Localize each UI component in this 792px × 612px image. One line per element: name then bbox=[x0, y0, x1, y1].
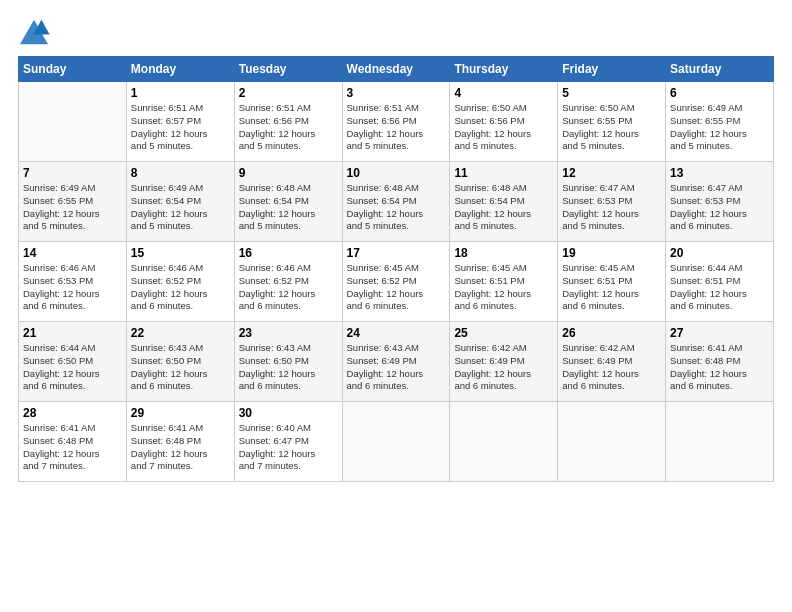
day-info: Sunrise: 6:49 AM Sunset: 6:55 PM Dayligh… bbox=[670, 102, 769, 153]
calendar-cell: 9Sunrise: 6:48 AM Sunset: 6:54 PM Daylig… bbox=[234, 162, 342, 242]
calendar-cell: 18Sunrise: 6:45 AM Sunset: 6:51 PM Dayli… bbox=[450, 242, 558, 322]
calendar-cell: 29Sunrise: 6:41 AM Sunset: 6:48 PM Dayli… bbox=[126, 402, 234, 482]
day-info: Sunrise: 6:45 AM Sunset: 6:51 PM Dayligh… bbox=[562, 262, 661, 313]
day-info: Sunrise: 6:42 AM Sunset: 6:49 PM Dayligh… bbox=[562, 342, 661, 393]
calendar-cell bbox=[342, 402, 450, 482]
day-info: Sunrise: 6:50 AM Sunset: 6:55 PM Dayligh… bbox=[562, 102, 661, 153]
day-number: 18 bbox=[454, 246, 553, 260]
day-info: Sunrise: 6:49 AM Sunset: 6:55 PM Dayligh… bbox=[23, 182, 122, 233]
day-number: 3 bbox=[347, 86, 446, 100]
header-cell-thursday: Thursday bbox=[450, 57, 558, 82]
day-info: Sunrise: 6:41 AM Sunset: 6:48 PM Dayligh… bbox=[670, 342, 769, 393]
day-info: Sunrise: 6:41 AM Sunset: 6:48 PM Dayligh… bbox=[23, 422, 122, 473]
calendar-cell: 28Sunrise: 6:41 AM Sunset: 6:48 PM Dayli… bbox=[19, 402, 127, 482]
day-number: 10 bbox=[347, 166, 446, 180]
calendar-cell: 14Sunrise: 6:46 AM Sunset: 6:53 PM Dayli… bbox=[19, 242, 127, 322]
day-info: Sunrise: 6:43 AM Sunset: 6:50 PM Dayligh… bbox=[131, 342, 230, 393]
calendar-cell: 21Sunrise: 6:44 AM Sunset: 6:50 PM Dayli… bbox=[19, 322, 127, 402]
week-row-2: 7Sunrise: 6:49 AM Sunset: 6:55 PM Daylig… bbox=[19, 162, 774, 242]
day-info: Sunrise: 6:40 AM Sunset: 6:47 PM Dayligh… bbox=[239, 422, 338, 473]
calendar-table: SundayMondayTuesdayWednesdayThursdayFrid… bbox=[18, 56, 774, 482]
week-row-5: 28Sunrise: 6:41 AM Sunset: 6:48 PM Dayli… bbox=[19, 402, 774, 482]
header-cell-saturday: Saturday bbox=[666, 57, 774, 82]
header-cell-monday: Monday bbox=[126, 57, 234, 82]
day-number: 25 bbox=[454, 326, 553, 340]
day-number: 30 bbox=[239, 406, 338, 420]
calendar-cell: 30Sunrise: 6:40 AM Sunset: 6:47 PM Dayli… bbox=[234, 402, 342, 482]
calendar-cell bbox=[19, 82, 127, 162]
logo-icon bbox=[18, 18, 50, 46]
day-info: Sunrise: 6:51 AM Sunset: 6:56 PM Dayligh… bbox=[347, 102, 446, 153]
day-info: Sunrise: 6:43 AM Sunset: 6:49 PM Dayligh… bbox=[347, 342, 446, 393]
header-cell-wednesday: Wednesday bbox=[342, 57, 450, 82]
calendar-cell: 8Sunrise: 6:49 AM Sunset: 6:54 PM Daylig… bbox=[126, 162, 234, 242]
day-number: 27 bbox=[670, 326, 769, 340]
calendar-cell: 1Sunrise: 6:51 AM Sunset: 6:57 PM Daylig… bbox=[126, 82, 234, 162]
calendar-cell: 4Sunrise: 6:50 AM Sunset: 6:56 PM Daylig… bbox=[450, 82, 558, 162]
day-number: 17 bbox=[347, 246, 446, 260]
header-cell-tuesday: Tuesday bbox=[234, 57, 342, 82]
week-row-3: 14Sunrise: 6:46 AM Sunset: 6:53 PM Dayli… bbox=[19, 242, 774, 322]
header bbox=[18, 18, 774, 46]
day-info: Sunrise: 6:46 AM Sunset: 6:53 PM Dayligh… bbox=[23, 262, 122, 313]
calendar-cell: 16Sunrise: 6:46 AM Sunset: 6:52 PM Dayli… bbox=[234, 242, 342, 322]
day-number: 6 bbox=[670, 86, 769, 100]
day-info: Sunrise: 6:43 AM Sunset: 6:50 PM Dayligh… bbox=[239, 342, 338, 393]
calendar-cell: 17Sunrise: 6:45 AM Sunset: 6:52 PM Dayli… bbox=[342, 242, 450, 322]
day-number: 21 bbox=[23, 326, 122, 340]
day-number: 13 bbox=[670, 166, 769, 180]
day-info: Sunrise: 6:47 AM Sunset: 6:53 PM Dayligh… bbox=[562, 182, 661, 233]
day-info: Sunrise: 6:45 AM Sunset: 6:52 PM Dayligh… bbox=[347, 262, 446, 313]
calendar-cell: 23Sunrise: 6:43 AM Sunset: 6:50 PM Dayli… bbox=[234, 322, 342, 402]
calendar-cell: 15Sunrise: 6:46 AM Sunset: 6:52 PM Dayli… bbox=[126, 242, 234, 322]
day-number: 14 bbox=[23, 246, 122, 260]
calendar-cell: 11Sunrise: 6:48 AM Sunset: 6:54 PM Dayli… bbox=[450, 162, 558, 242]
calendar-cell: 7Sunrise: 6:49 AM Sunset: 6:55 PM Daylig… bbox=[19, 162, 127, 242]
day-number: 20 bbox=[670, 246, 769, 260]
day-info: Sunrise: 6:50 AM Sunset: 6:56 PM Dayligh… bbox=[454, 102, 553, 153]
day-number: 5 bbox=[562, 86, 661, 100]
day-number: 16 bbox=[239, 246, 338, 260]
calendar-cell: 5Sunrise: 6:50 AM Sunset: 6:55 PM Daylig… bbox=[558, 82, 666, 162]
calendar-body: 1Sunrise: 6:51 AM Sunset: 6:57 PM Daylig… bbox=[19, 82, 774, 482]
logo bbox=[18, 18, 52, 46]
calendar-cell: 13Sunrise: 6:47 AM Sunset: 6:53 PM Dayli… bbox=[666, 162, 774, 242]
calendar-cell: 12Sunrise: 6:47 AM Sunset: 6:53 PM Dayli… bbox=[558, 162, 666, 242]
day-number: 19 bbox=[562, 246, 661, 260]
day-number: 29 bbox=[131, 406, 230, 420]
calendar-cell bbox=[558, 402, 666, 482]
day-info: Sunrise: 6:42 AM Sunset: 6:49 PM Dayligh… bbox=[454, 342, 553, 393]
day-number: 4 bbox=[454, 86, 553, 100]
day-number: 9 bbox=[239, 166, 338, 180]
day-info: Sunrise: 6:41 AM Sunset: 6:48 PM Dayligh… bbox=[131, 422, 230, 473]
page: SundayMondayTuesdayWednesdayThursdayFrid… bbox=[0, 0, 792, 612]
header-cell-sunday: Sunday bbox=[19, 57, 127, 82]
day-number: 2 bbox=[239, 86, 338, 100]
day-number: 11 bbox=[454, 166, 553, 180]
day-info: Sunrise: 6:48 AM Sunset: 6:54 PM Dayligh… bbox=[454, 182, 553, 233]
day-info: Sunrise: 6:46 AM Sunset: 6:52 PM Dayligh… bbox=[131, 262, 230, 313]
header-cell-friday: Friday bbox=[558, 57, 666, 82]
day-info: Sunrise: 6:51 AM Sunset: 6:56 PM Dayligh… bbox=[239, 102, 338, 153]
day-number: 22 bbox=[131, 326, 230, 340]
week-row-4: 21Sunrise: 6:44 AM Sunset: 6:50 PM Dayli… bbox=[19, 322, 774, 402]
day-number: 28 bbox=[23, 406, 122, 420]
calendar-cell: 19Sunrise: 6:45 AM Sunset: 6:51 PM Dayli… bbox=[558, 242, 666, 322]
calendar-header: SundayMondayTuesdayWednesdayThursdayFrid… bbox=[19, 57, 774, 82]
week-row-1: 1Sunrise: 6:51 AM Sunset: 6:57 PM Daylig… bbox=[19, 82, 774, 162]
calendar-cell: 25Sunrise: 6:42 AM Sunset: 6:49 PM Dayli… bbox=[450, 322, 558, 402]
calendar-cell: 6Sunrise: 6:49 AM Sunset: 6:55 PM Daylig… bbox=[666, 82, 774, 162]
calendar-cell: 27Sunrise: 6:41 AM Sunset: 6:48 PM Dayli… bbox=[666, 322, 774, 402]
day-number: 8 bbox=[131, 166, 230, 180]
day-number: 1 bbox=[131, 86, 230, 100]
day-info: Sunrise: 6:46 AM Sunset: 6:52 PM Dayligh… bbox=[239, 262, 338, 313]
day-info: Sunrise: 6:48 AM Sunset: 6:54 PM Dayligh… bbox=[239, 182, 338, 233]
day-info: Sunrise: 6:51 AM Sunset: 6:57 PM Dayligh… bbox=[131, 102, 230, 153]
day-info: Sunrise: 6:45 AM Sunset: 6:51 PM Dayligh… bbox=[454, 262, 553, 313]
day-info: Sunrise: 6:48 AM Sunset: 6:54 PM Dayligh… bbox=[347, 182, 446, 233]
calendar-cell bbox=[450, 402, 558, 482]
day-info: Sunrise: 6:44 AM Sunset: 6:51 PM Dayligh… bbox=[670, 262, 769, 313]
calendar-cell: 26Sunrise: 6:42 AM Sunset: 6:49 PM Dayli… bbox=[558, 322, 666, 402]
calendar-cell: 2Sunrise: 6:51 AM Sunset: 6:56 PM Daylig… bbox=[234, 82, 342, 162]
day-number: 24 bbox=[347, 326, 446, 340]
